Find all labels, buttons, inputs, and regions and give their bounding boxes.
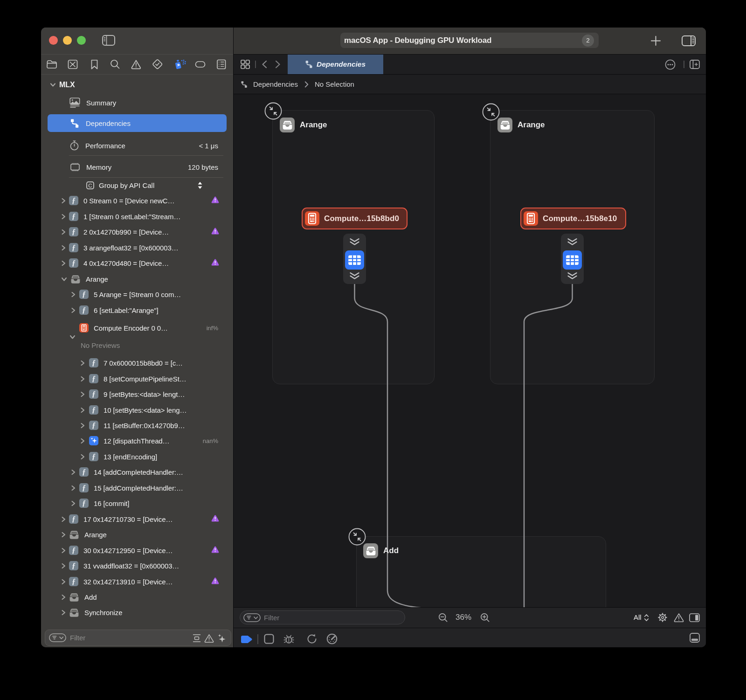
svg-text:C: C — [88, 182, 92, 188]
